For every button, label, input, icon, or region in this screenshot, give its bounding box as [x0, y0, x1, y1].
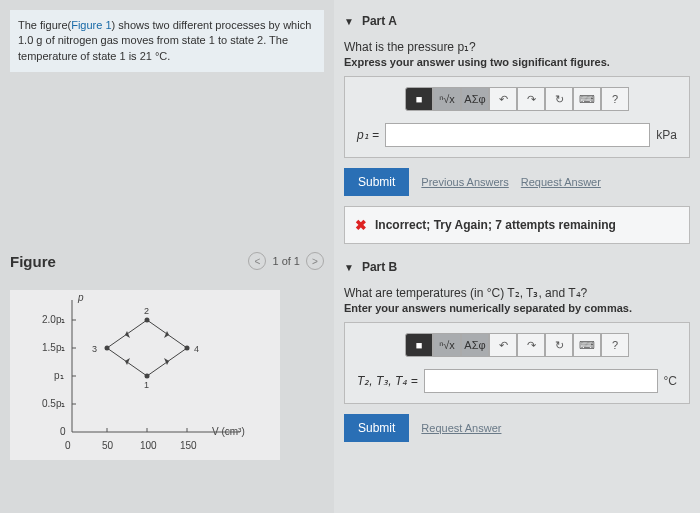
part-a-previous-answers[interactable]: Previous Answers — [421, 176, 508, 188]
part-b-input[interactable] — [424, 369, 658, 393]
part-a-header[interactable]: ▼ Part A — [344, 10, 690, 32]
part-b-question: What are temperatures (in °C) T₂, T₃, an… — [344, 286, 690, 300]
part-b-answer-box: ■ ⁿ√x ΑΣφ ↶ ↷ ↻ ⌨ ? T₂, T₃, T₄ = °C — [344, 322, 690, 404]
figure-next-button[interactable]: > — [306, 252, 324, 270]
part-a-instruction: Express your answer using two significan… — [344, 56, 690, 68]
figure-chart: p 2.0p₁ 1.5p₁ p₁ 0.5p₁ 0 0 50 100 150 V … — [10, 290, 280, 460]
part-b-instruction: Enter your answers numerically separated… — [344, 302, 690, 314]
templates-icon[interactable]: ■ — [405, 87, 433, 111]
part-b-unit: °C — [664, 374, 677, 388]
part-a-title: Part A — [362, 14, 397, 28]
part-a-unit: kPa — [656, 128, 677, 142]
part-b-request-answer[interactable]: Request Answer — [421, 422, 501, 434]
collapse-icon: ▼ — [344, 262, 354, 273]
svg-point-13 — [185, 346, 190, 351]
templates-icon[interactable]: ■ — [405, 333, 433, 357]
collapse-icon: ▼ — [344, 16, 354, 27]
equation-toolbar: ■ ⁿ√x ΑΣφ ↶ ↷ ↻ ⌨ ? — [357, 87, 677, 111]
part-a-input[interactable] — [385, 123, 650, 147]
part-a-question: What is the pressure p₁? — [344, 40, 690, 54]
redo-button[interactable]: ↷ — [517, 87, 545, 111]
help-button[interactable]: ? — [601, 333, 629, 357]
svg-marker-9 — [107, 320, 187, 376]
reset-button[interactable]: ↻ — [545, 333, 573, 357]
figure-prev-button[interactable]: < — [248, 252, 266, 270]
reset-button[interactable]: ↻ — [545, 87, 573, 111]
help-button[interactable]: ? — [601, 87, 629, 111]
figure-heading: Figure — [10, 253, 56, 270]
part-b-varlabel: T₂, T₃, T₄ = — [357, 374, 418, 388]
greek-button[interactable]: ΑΣφ — [461, 333, 489, 357]
sqrt-button[interactable]: ⁿ√x — [433, 87, 461, 111]
point-label-4: 4 — [194, 344, 199, 354]
part-a-request-answer[interactable]: Request Answer — [521, 176, 601, 188]
part-b-title: Part B — [362, 260, 397, 274]
keyboard-button[interactable]: ⌨ — [573, 87, 601, 111]
problem-text-before: The figure( — [18, 19, 71, 31]
redo-button[interactable]: ↷ — [517, 333, 545, 357]
part-a-feedback: ✖ Incorrect; Try Again; 7 attempts remai… — [344, 206, 690, 244]
svg-point-10 — [145, 374, 150, 379]
point-label-1: 1 — [144, 380, 149, 390]
part-b-header[interactable]: ▼ Part B — [344, 256, 690, 278]
figure-page-indicator: 1 of 1 — [272, 255, 300, 267]
undo-button[interactable]: ↶ — [489, 333, 517, 357]
incorrect-icon: ✖ — [355, 217, 367, 233]
svg-point-11 — [105, 346, 110, 351]
part-b-submit-button[interactable]: Submit — [344, 414, 409, 442]
part-a-feedback-text: Incorrect; Try Again; 7 attempts remaini… — [375, 218, 616, 232]
part-a-varlabel: p₁ = — [357, 128, 379, 142]
part-a-answer-box: ■ ⁿ√x ΑΣφ ↶ ↷ ↻ ⌨ ? p₁ = kPa — [344, 76, 690, 158]
part-a-submit-button[interactable]: Submit — [344, 168, 409, 196]
point-label-3: 3 — [92, 344, 97, 354]
problem-statement: The figure(Figure 1) shows two different… — [10, 10, 324, 72]
greek-button[interactable]: ΑΣφ — [461, 87, 489, 111]
equation-toolbar: ■ ⁿ√x ΑΣφ ↶ ↷ ↻ ⌨ ? — [357, 333, 677, 357]
svg-point-12 — [145, 318, 150, 323]
keyboard-button[interactable]: ⌨ — [573, 333, 601, 357]
figure-link[interactable]: Figure 1 — [71, 19, 111, 31]
sqrt-button[interactable]: ⁿ√x — [433, 333, 461, 357]
undo-button[interactable]: ↶ — [489, 87, 517, 111]
point-label-2: 2 — [144, 306, 149, 316]
